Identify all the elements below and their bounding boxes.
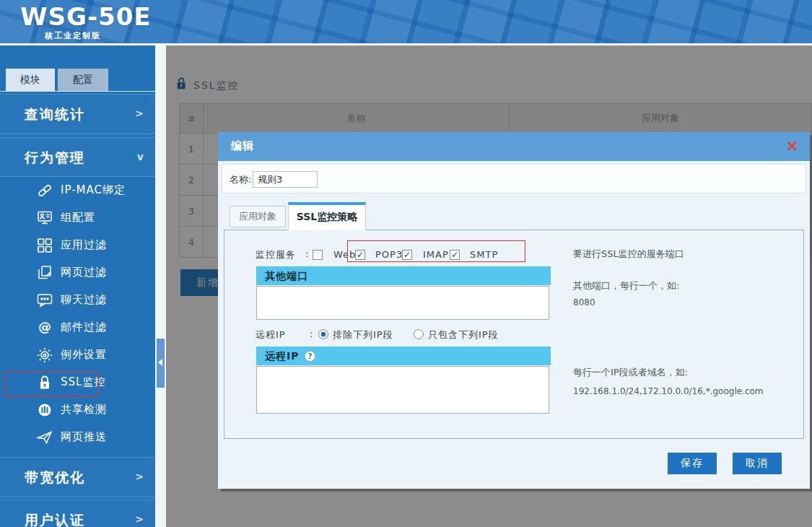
sidebar-item-web-filter[interactable]: 网页过滤 <box>0 259 155 287</box>
dialog-title: 编辑 <box>231 139 254 153</box>
sidebar-item-chat-filter[interactable]: 聊天过滤 <box>0 287 155 314</box>
rule-name-row: 名称: <box>222 164 806 193</box>
sidebar-item-app-filter[interactable]: 应用过滤 <box>0 232 155 259</box>
radio-exclude-ip[interactable] <box>318 329 328 339</box>
sidebar-item-mail-filter[interactable]: @ 邮件过滤 <box>0 314 155 341</box>
app-logo: WSG-50E <box>20 2 152 31</box>
help-text-service-ports: 要进行SSL监控的服务端口 <box>573 248 684 261</box>
sidebar-item-ip-mac-binding[interactable]: IP-MAC绑定 <box>0 177 155 204</box>
dialog-titlebar: 编辑 × <box>218 132 810 161</box>
annotation-box-ssl-monitor <box>5 372 99 397</box>
remote-ip-label: 远程IP <box>256 328 286 341</box>
remote-ip-header: 远程IP? <box>256 347 551 365</box>
sidebar-collapse-handle[interactable] <box>157 339 165 388</box>
app-logo-subtitle: 核工业定制版 <box>45 30 101 41</box>
monitor-service-label: 监控服务 <box>256 248 296 261</box>
sidebar-section-behavior[interactable]: 行为管理 v <box>0 137 155 177</box>
sidebar-tabs: 模块 配置 <box>0 68 155 92</box>
ssl-policy-panel: 监控服务 : Web ✓ POP3 ✓ IMAP ✓ SMTP 其他端口 远程I… <box>224 230 804 439</box>
close-icon[interactable]: × <box>786 136 799 155</box>
sidebar-section-query-stats[interactable]: 查询统计 > <box>0 94 155 134</box>
sidebar-section-user-auth[interactable]: 用户认证 > <box>0 500 155 527</box>
help-icon[interactable]: ? <box>305 351 315 362</box>
other-ports-header: 其他端口 <box>256 266 551 285</box>
rule-name-input[interactable] <box>253 171 318 188</box>
app-grid-icon <box>36 238 53 253</box>
at-sign-icon: @ <box>36 320 53 336</box>
sidebar-item-web-push[interactable]: 网页推送 <box>0 424 155 451</box>
remote-ip-textarea[interactable] <box>256 366 549 414</box>
checkbox-web[interactable] <box>313 250 323 260</box>
top-banner: WSG-50E 核工业定制版 <box>0 0 812 45</box>
chevron-left-icon <box>158 359 162 366</box>
link-icon <box>36 183 53 199</box>
sidebar-item-exception-settings[interactable]: 例外设置 <box>0 341 155 369</box>
save-button[interactable]: 保存 <box>668 453 717 474</box>
radio-include-ip-label: 只包含下列IP段 <box>428 328 499 341</box>
radio-exclude-ip-label: 排除下列IP段 <box>333 328 393 341</box>
chevron-down-icon: v <box>137 151 144 162</box>
help-text-port-example: 8080 <box>573 297 595 308</box>
help-text-other-ports: 其他端口，每行一个，如: <box>573 279 679 292</box>
paper-plane-icon <box>36 430 53 445</box>
sidebar-collapse-strip <box>155 45 166 527</box>
chevron-right-icon: > <box>135 513 144 525</box>
other-ports-textarea[interactable] <box>256 286 549 320</box>
rule-name-label: 名称: <box>230 173 251 186</box>
tab-ssl-monitor-policy[interactable]: SSL监控策略 <box>288 202 366 230</box>
cancel-button[interactable]: 取消 <box>733 453 782 474</box>
radio-include-ip[interactable] <box>414 329 424 339</box>
tab-config[interactable]: 配置 <box>58 69 108 91</box>
chat-bubble-icon <box>36 292 53 308</box>
web-page-icon <box>36 265 53 281</box>
tab-modules[interactable]: 模块 <box>6 69 55 91</box>
sidebar-section-bandwidth[interactable]: 带宽优化 > <box>0 457 155 497</box>
gear-icon <box>36 347 53 363</box>
tab-apply-objects[interactable]: 应用对象 <box>230 206 286 227</box>
app-root: WSG-50E 核工业定制版 模块 配置 查询统计 > 行为管理 v IP-MA… <box>0 0 812 527</box>
chevron-right-icon: > <box>135 471 144 482</box>
group-config-icon <box>36 210 53 226</box>
share-detect-icon <box>36 402 53 418</box>
help-text-ip-example: 192.168.1.0/24,172.10.0.0/16,*.google.co… <box>573 386 764 396</box>
sidebar: 模块 配置 查询统计 > 行为管理 v IP-MAC绑定 <box>0 45 155 527</box>
chevron-right-icon: > <box>135 108 144 119</box>
sidebar-item-group-config[interactable]: 组配置 <box>0 204 155 232</box>
edit-dialog: 编辑 × 名称: 应用对象 SSL监控策略 监控服务 : Web ✓ POP3 … <box>218 132 810 489</box>
annotation-box-services <box>347 240 525 262</box>
help-text-ip-format: 每行一个IP段或者域名，如: <box>573 366 688 379</box>
sidebar-item-share-detect[interactable]: 共享检测 <box>0 396 155 424</box>
